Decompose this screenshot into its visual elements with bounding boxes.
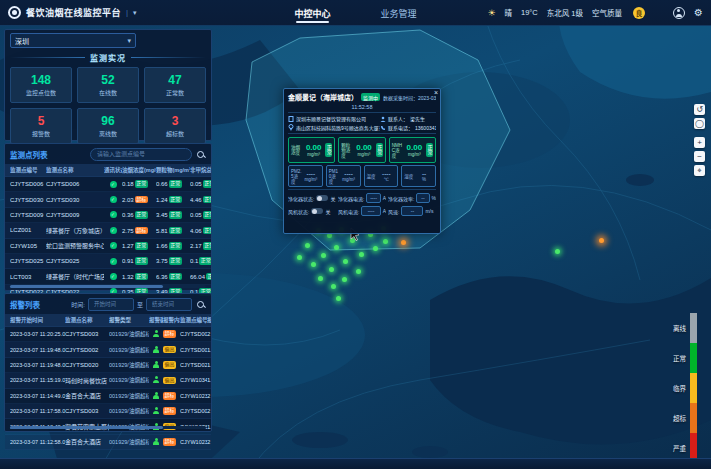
alarm-type: 001929/油烟超标报警 <box>109 346 149 354</box>
alarm-content: 超标 <box>163 330 180 338</box>
monitor-point-dot[interactable] <box>373 246 378 251</box>
monitor-point-dot[interactable] <box>401 240 406 245</box>
tab-business-mgmt[interactable]: 业务管理 <box>379 1 419 26</box>
alarm-time: 2023-03-07 11:19:48.0 <box>10 362 65 368</box>
monitor-point-dot[interactable] <box>334 245 339 250</box>
power-toggle[interactable] <box>311 208 323 214</box>
close-icon[interactable]: × <box>434 89 438 96</box>
target-icon[interactable]: ⌖ <box>694 165 705 176</box>
table-row[interactable]: 2023-03-07 11:19:48.0CJYTSD002001929/油烟超… <box>5 342 211 357</box>
table-row[interactable]: CJYTSD030CJYTSD030✓2.03超标1.24正常4.46正常 <box>5 192 211 207</box>
device-value-input[interactable]: ---- <box>366 193 380 203</box>
monitor-point-dot[interactable] <box>359 252 364 257</box>
table-row[interactable]: 2023-03-07 11:14:49.0金百合大酒店001929/油烟超标报警… <box>5 389 211 404</box>
monitor-point-dot[interactable] <box>311 262 316 267</box>
chevron-down-icon[interactable]: ▾ <box>133 9 137 17</box>
monitor-point-dot[interactable] <box>329 267 334 272</box>
monitor-point-dot[interactable] <box>555 249 560 254</box>
legend-label: 临界 <box>673 383 686 393</box>
popup-info: 深圳市顺景记餐饮管理有限公司 联系人： 梁先生 南山区科技园科苑路9号顺达商务大… <box>288 115 436 131</box>
point-name: 蛇口监测预警服务中心 <box>46 241 104 250</box>
alarm-type: 001929/油烟超标报警 <box>109 376 149 384</box>
monitor-point-dot[interactable] <box>356 269 361 274</box>
value-cell: 0.05正常 <box>190 180 211 188</box>
stat-card[interactable]: 96离线数 <box>77 108 139 144</box>
alarm-value: 2 <box>207 331 211 337</box>
stat-card[interactable]: 47正常数 <box>144 67 206 103</box>
popup-title: 金顺景记（海岸城店） <box>288 92 358 102</box>
comm-status: ✓ <box>104 211 122 218</box>
online-status-icon: ✓ <box>110 211 117 218</box>
monitor-point-dot[interactable] <box>321 253 326 258</box>
chevron-down-icon: ▾ <box>127 37 131 45</box>
monitor-point-dot[interactable] <box>331 284 336 289</box>
table-row[interactable]: LCZ001绿茶餐厅（万象城店）✓2.75超标5.81正常4.06正常 <box>5 223 211 238</box>
start-time-input[interactable] <box>92 300 130 308</box>
value-cell: 2.17正常 <box>190 242 211 250</box>
user-icon[interactable] <box>673 7 685 19</box>
horizontal-scrollbar[interactable] <box>10 426 163 429</box>
monitor-point-dot[interactable] <box>383 239 388 244</box>
stat-card[interactable]: 52在线数 <box>77 67 139 103</box>
monitor-point-dot[interactable] <box>305 243 310 248</box>
stat-value: 96 <box>101 115 114 127</box>
monitor-point-dot[interactable] <box>599 238 604 243</box>
zoom-in-icon[interactable]: + <box>694 137 705 148</box>
table-row[interactable]: CJYTSD025CJYTSD025✓0.91正常3.75正常0.1正常 <box>5 254 211 269</box>
monitor-point-dot[interactable] <box>297 255 302 260</box>
point-id: LCT003 <box>10 274 46 280</box>
power-toggle[interactable] <box>316 195 328 201</box>
metric-value: 0.1 <box>190 258 198 264</box>
city-select[interactable]: 深圳 ▾ <box>10 33 136 48</box>
tab-point-list[interactable]: 监测点列表 <box>10 149 48 160</box>
alarm-content: 偏高 <box>163 377 180 385</box>
phone-number: 13600341193 <box>415 125 436 131</box>
confirm-person-icon[interactable] <box>153 438 159 445</box>
zoom-out-icon[interactable]: − <box>694 151 705 162</box>
monitor-point-dot[interactable] <box>336 296 341 301</box>
tab-control-center[interactable]: 中控中心 <box>292 1 332 26</box>
popup-title-row: 金顺景记（海岸城店） 监测中 数据采集时间：2023-03-07 <box>288 92 436 102</box>
monitor-point-dot[interactable] <box>342 277 347 282</box>
tab-alarm-list[interactable]: 报警列表 <box>10 299 40 310</box>
circle-select-icon[interactable]: ◯ <box>694 118 705 129</box>
end-time-input[interactable] <box>150 300 188 308</box>
monitor-point-dot[interactable] <box>318 276 323 281</box>
table-row[interactable]: CJYTSD009CJYTSD009✓0.36正常3.45正常0.05正常 <box>5 208 211 223</box>
address-text: 南山区科技园科苑路9号顺达商务大厦东裙楼首层6、16 <box>296 124 380 131</box>
reset-view-icon[interactable]: ↺ <box>694 104 705 115</box>
stat-card[interactable]: 148监控点位数 <box>10 67 72 103</box>
table-row[interactable]: 2023-03-07 11:19:48.0CJYTSD020001929/油烟超… <box>5 358 211 373</box>
search-icon[interactable] <box>197 301 204 308</box>
device-value-input[interactable]: -- <box>416 193 429 203</box>
search-icon[interactable] <box>197 151 204 158</box>
gear-icon[interactable]: ⚙ <box>694 7 703 18</box>
column-header: 监测点名称 <box>65 316 109 324</box>
confirm-person-icon[interactable] <box>153 361 159 368</box>
metric-mid: ----mg/m³ <box>340 170 358 182</box>
table-row[interactable]: LCT003绿茶餐厅（时代广场店）✓1.32正常6.36正常66.04正常 <box>5 269 211 284</box>
table-row[interactable]: 2023-03-07 11:20:25.0CJYTSD003001929/油烟超… <box>5 327 211 342</box>
monitor-point-dot[interactable] <box>343 259 348 264</box>
confirm-person-icon[interactable] <box>153 330 159 337</box>
device-value-input[interactable]: ---- <box>361 206 380 216</box>
table-row[interactable]: 2023-03-07 11:17:58.0CJYTSD003001929/油烟超… <box>5 404 211 419</box>
alarm-panel-top: 报警列表 时间: 至 <box>5 294 211 312</box>
table-row[interactable]: CJYTSD006CJYTSD006✓0.18正常0.66正常0.05正常 <box>5 177 211 192</box>
horizontal-scrollbar[interactable] <box>10 285 163 288</box>
table-row[interactable]: 2023-03-07 11:12:58.0金百合大酒店001929/油烟超标报警… <box>5 435 211 450</box>
legend-row: 临界 <box>673 373 697 403</box>
table-row[interactable]: 2023-03-07 11:15:19.0玛创时尚餐饮店001929/油烟超标报… <box>5 373 211 388</box>
device-value-input[interactable]: -- <box>401 206 423 216</box>
end-time-box <box>146 298 192 311</box>
metric-value: 2.17 <box>190 243 202 249</box>
stat-card[interactable]: 5报警数 <box>10 108 72 144</box>
confirm-person-icon[interactable] <box>153 392 159 399</box>
confirm-person-icon[interactable] <box>153 346 159 353</box>
table-row[interactable]: CJYW105蛇口监测预警服务中心✓1.27正常1.66正常2.17正常 <box>5 239 211 254</box>
confirm-person-icon[interactable] <box>153 407 159 414</box>
alarm-point-name: 玛创时尚餐饮店 <box>65 376 109 385</box>
confirm-person-icon[interactable] <box>153 376 159 383</box>
point-search-input[interactable] <box>95 150 187 158</box>
stat-card[interactable]: 3超标数 <box>144 108 206 144</box>
